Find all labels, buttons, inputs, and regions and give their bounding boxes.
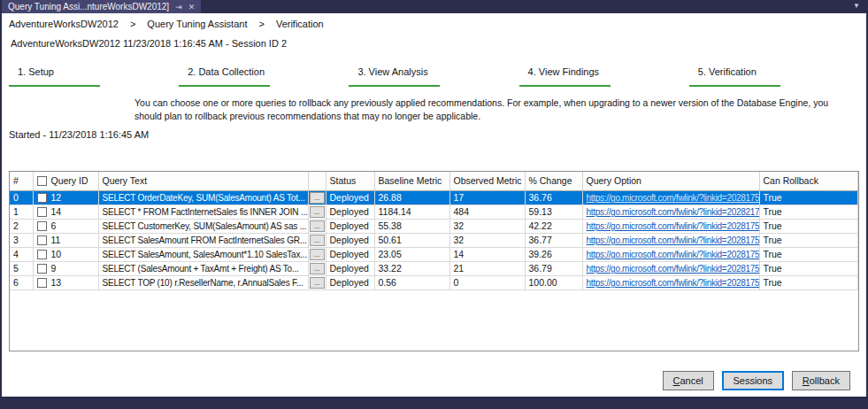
row-index-cell[interactable]: 0 [10, 190, 33, 204]
query-id-cell[interactable]: 13 [33, 275, 98, 289]
status-cell: Deployed [326, 275, 374, 289]
tab-overflow-icon[interactable]: ▼ [853, 3, 860, 10]
document-content: AdventureWorksDW2012 > Query Tuning Assi… [2, 13, 866, 397]
observed-metric-cell: 32 [449, 233, 525, 247]
select-all-checkbox[interactable] [37, 176, 47, 186]
table-row[interactable]: 6 13 SELECT TOP (10) r.ResellerName, r.A… [10, 275, 858, 289]
close-icon[interactable]: ✕ [188, 3, 196, 12]
row-checkbox[interactable] [37, 278, 47, 288]
query-id-cell[interactable]: 6 [33, 219, 98, 233]
breadcrumb-item-wizard[interactable]: Query Tuning Assistant [147, 19, 247, 29]
expand-query-button[interactable]: ... [310, 192, 325, 204]
query-option-link[interactable]: https://go.microsoft.com/fwlink/?linkid=… [587, 193, 760, 203]
step-label: 3. View Analysis [357, 66, 518, 77]
wizard-step-view-analysis[interactable]: 3. View Analysis [349, 66, 518, 87]
query-option-link[interactable]: https://go.microsoft.com/fwlink/?linkid=… [587, 207, 760, 217]
wizard-step-verification[interactable]: 5. Verification [689, 66, 859, 87]
table-row[interactable]: 0 12 SELECT OrderDateKey, SUM(SalesAmoun… [10, 190, 858, 204]
status-cell: Deployed [326, 204, 374, 219]
query-text-cell[interactable]: SELECT SalesAmount FROM FactInternetSale… [98, 233, 308, 247]
query-option-link[interactable]: https://go.microsoft.com/fwlink/?linkid=… [587, 221, 760, 231]
query-id-cell[interactable]: 14 [33, 204, 98, 219]
query-option-link[interactable]: https://go.microsoft.com/fwlink/?linkid=… [587, 250, 760, 259]
col-header-index[interactable]: # [10, 172, 33, 190]
wizard-step-view-findings[interactable]: 4. View Findings [519, 66, 689, 87]
baseline-metric-cell: 0.56 [374, 275, 449, 289]
table-row[interactable]: 4 10 SELECT SalesAmount, SalesAmount*1.1… [10, 247, 858, 261]
document-tab[interactable]: Query Tuning Assi...ntureWorksDW2012] ⇥ … [2, 0, 201, 13]
cancel-button[interactable]: Cancel [663, 371, 714, 390]
col-header-query-id-label: Query ID [51, 175, 88, 186]
query-text-cell[interactable]: SELECT * FROM FactInternetSales fis INNE… [98, 204, 308, 219]
query-id-cell[interactable]: 10 [33, 247, 98, 261]
col-header-observed-metric[interactable]: Observed Metric [449, 172, 525, 190]
query-id-value: 13 [51, 277, 62, 288]
col-header-query-text[interactable]: Query Text [98, 172, 308, 190]
col-header-query-option[interactable]: Query Option [582, 172, 759, 190]
query-id-value: 14 [51, 206, 62, 217]
ellipsis-cell: ... [308, 247, 326, 261]
expand-query-button[interactable]: ... [310, 220, 325, 232]
query-id-cell[interactable]: 12 [33, 190, 98, 204]
row-index-cell[interactable]: 4 [10, 247, 33, 261]
query-id-cell[interactable]: 11 [33, 233, 98, 247]
table-row[interactable]: 1 14 SELECT * FROM FactInternetSales fis… [10, 204, 858, 219]
col-header-query-id[interactable]: Query ID [33, 172, 98, 190]
query-option-link[interactable]: https://go.microsoft.com/fwlink/?linkid=… [587, 278, 760, 288]
query-id-value: 10 [51, 249, 62, 259]
row-index-cell[interactable]: 3 [10, 233, 33, 247]
baseline-metric-cell: 33.22 [374, 261, 449, 275]
row-checkbox[interactable] [37, 235, 47, 245]
row-checkbox[interactable] [37, 250, 47, 259]
started-timestamp: Started - 11/23/2018 1:16:45 AM [9, 129, 866, 140]
session-title: AdventureWorksDW2012 11/23/2018 1:16:45 … [11, 38, 866, 49]
row-index-cell[interactable]: 5 [10, 261, 33, 275]
col-header-can-rollback[interactable]: Can Rollback [759, 172, 858, 190]
status-cell: Deployed [326, 219, 374, 233]
query-option-cell: https://go.microsoft.com/fwlink/?linkid=… [582, 190, 759, 204]
expand-query-button[interactable]: ... [310, 263, 325, 274]
table-row[interactable]: 2 6 SELECT CustomerKey, SUM(SalesAmount)… [10, 219, 858, 233]
row-checkbox[interactable] [37, 193, 47, 203]
step-label: 2. Data Collection [188, 66, 349, 77]
row-index-cell[interactable]: 6 [10, 275, 33, 289]
query-id-value: 12 [51, 192, 62, 203]
baseline-metric-cell: 26.88 [374, 190, 449, 204]
row-checkbox[interactable] [37, 221, 47, 231]
query-option-link[interactable]: https://go.microsoft.com/fwlink/?linkid=… [587, 235, 760, 245]
query-text-cell[interactable]: SELECT CustomerKey, SUM(SalesAmount) AS … [98, 219, 308, 233]
pin-icon[interactable]: ⇥ [175, 3, 182, 12]
can-rollback-cell: True [759, 275, 858, 289]
query-text-cell[interactable]: SELECT (SalesAmount + TaxAmt + Freight) … [98, 261, 308, 275]
wizard-step-setup[interactable]: 1. Setup [9, 66, 179, 87]
wizard-step-data-collection[interactable]: 2. Data Collection [179, 66, 349, 87]
col-header-baseline-metric[interactable]: Baseline Metric [374, 172, 449, 190]
query-id-cell[interactable]: 9 [33, 261, 98, 275]
expand-query-button[interactable]: ... [310, 206, 325, 218]
breadcrumb-item-step[interactable]: Verification [276, 19, 324, 29]
table-row[interactable]: 5 9 SELECT (SalesAmount + TaxAmt + Freig… [10, 261, 858, 275]
queries-table: # Query ID Query Text Status Baseline Me… [10, 172, 858, 290]
expand-query-button[interactable]: ... [310, 235, 325, 246]
expand-query-button[interactable]: ... [310, 277, 325, 289]
col-header-status[interactable]: Status [326, 172, 374, 190]
ellipsis-cell: ... [308, 204, 326, 219]
row-index-cell[interactable]: 2 [10, 219, 33, 233]
query-option-cell: https://go.microsoft.com/fwlink/?linkid=… [582, 219, 759, 233]
baseline-metric-cell: 1184.14 [374, 204, 449, 219]
expand-query-button[interactable]: ... [310, 249, 325, 260]
rollback-button[interactable]: Rollback [792, 371, 850, 390]
query-option-cell: https://go.microsoft.com/fwlink/?linkid=… [582, 261, 759, 275]
table-row[interactable]: 3 11 SELECT SalesAmount FROM FactInterne… [10, 233, 858, 247]
sessions-button[interactable]: Sessions [722, 371, 784, 390]
col-header-percent-change[interactable]: % Change [525, 172, 582, 190]
row-checkbox[interactable] [37, 264, 47, 274]
query-text-cell[interactable]: SELECT TOP (10) r.ResellerName, r.Annual… [98, 275, 308, 289]
percent-change-cell: 59.13 [525, 204, 582, 219]
breadcrumb-item-database[interactable]: AdventureWorksDW2012 [9, 19, 119, 29]
row-checkbox[interactable] [37, 207, 47, 217]
row-index-cell[interactable]: 1 [10, 204, 33, 219]
query-text-cell[interactable]: SELECT SalesAmount, SalesAmount*1.10 Sal… [98, 247, 308, 261]
query-text-cell[interactable]: SELECT OrderDateKey, SUM(SalesAmount) AS… [98, 190, 308, 204]
query-option-link[interactable]: https://go.microsoft.com/fwlink/?linkid=… [587, 264, 760, 274]
